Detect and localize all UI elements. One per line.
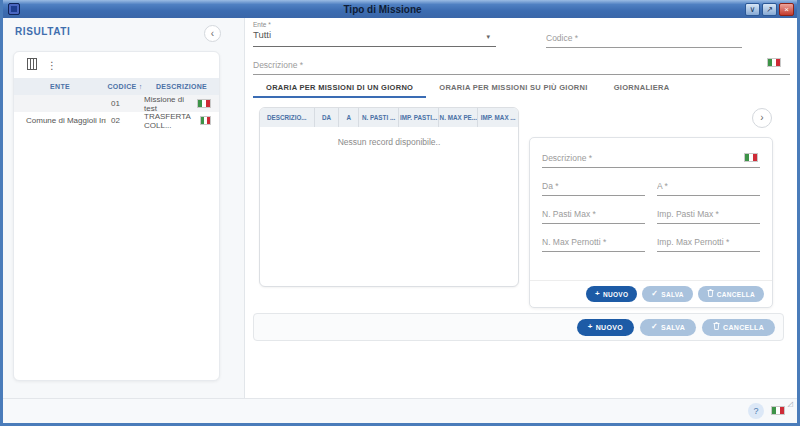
column-header-ente[interactable]: ENTE bbox=[14, 83, 106, 90]
form-a-input[interactable] bbox=[657, 179, 760, 196]
ente-select-label: Ente * bbox=[253, 21, 496, 28]
form-button-bar: + NUOVO ✓ SALVA CANCELLA bbox=[530, 280, 772, 307]
trash-icon bbox=[707, 289, 714, 299]
form-imp-pernotti-input[interactable] bbox=[657, 235, 760, 252]
italy-flag-icon bbox=[197, 99, 211, 108]
plus-icon: + bbox=[595, 290, 600, 298]
results-panel-title: RISULTATI bbox=[15, 26, 70, 37]
check-icon: ✓ bbox=[651, 323, 658, 331]
results-card: ⋮ ENTE CODICE ↑ DESCRIZIONE 01 Missione … bbox=[13, 51, 220, 381]
check-icon: ✓ bbox=[651, 290, 658, 298]
form-imp-pasti-input[interactable] bbox=[657, 207, 760, 224]
column-header-codice[interactable]: CODICE ↑ bbox=[106, 83, 144, 90]
grid-col-imp-max-pernotti[interactable]: IMP. MAX ... bbox=[478, 108, 518, 127]
app-icon bbox=[8, 3, 20, 15]
form-n-pernotti-input[interactable] bbox=[542, 235, 645, 252]
ente-select-value: Tutti bbox=[253, 29, 496, 40]
plus-icon: + bbox=[588, 323, 593, 331]
grid-col-a[interactable]: A bbox=[339, 108, 359, 127]
row-descrizione: TRASFERTA COLL... bbox=[144, 112, 200, 130]
grid-col-imp-pasti[interactable]: IMP. PASTI... bbox=[399, 108, 439, 127]
column-chooser-icon[interactable] bbox=[27, 56, 37, 74]
cancella-button[interactable]: CANCELLA bbox=[702, 319, 775, 336]
salva-button[interactable]: ✓ SALVA bbox=[640, 319, 696, 336]
tab-oraria-piu-giorni[interactable]: ORARIA PER MISSIONI SU PIÙ GIORNI bbox=[426, 79, 600, 98]
italy-flag-icon[interactable] bbox=[771, 406, 785, 415]
title-bar: Tipo di Missione ∨ ↗ × bbox=[3, 0, 797, 18]
chevron-right-icon: › bbox=[760, 112, 763, 123]
ente-select[interactable]: Ente * Tutti ▾ bbox=[253, 21, 496, 47]
form-salva-button[interactable]: ✓ SALVA bbox=[642, 286, 693, 302]
column-header-descrizione[interactable]: DESCRIZIONE bbox=[144, 83, 219, 90]
form-cancella-button[interactable]: CANCELLA bbox=[698, 286, 764, 302]
tab-giornaliera[interactable]: GIORNALIERA bbox=[601, 79, 683, 98]
question-icon: ? bbox=[753, 406, 758, 416]
table-row[interactable]: Comune di Maggioli Inf... 02 TRASFERTA C… bbox=[14, 112, 219, 129]
minimize-icon: ∨ bbox=[750, 5, 756, 14]
empty-records-message: Nessun record disponibile.. bbox=[260, 137, 518, 147]
table-row[interactable]: 01 Missione di test bbox=[14, 95, 219, 112]
grid-col-n-pasti[interactable]: N. PASTI ... bbox=[359, 108, 399, 127]
italy-flag-icon[interactable] bbox=[744, 153, 758, 162]
detail-area: Ente * Tutti ▾ ORARIA PER MISSIONI DI UN… bbox=[246, 18, 797, 398]
descrizione-filter-input[interactable] bbox=[253, 58, 790, 75]
close-icon: × bbox=[784, 5, 789, 14]
minimize-button[interactable]: ∨ bbox=[745, 3, 760, 16]
grid-col-n-max-pernotti[interactable]: N. MAX PE... bbox=[439, 108, 479, 127]
grid-col-descrizione[interactable]: DESCRIZIO... bbox=[260, 108, 315, 127]
grid-col-da[interactable]: DA bbox=[315, 108, 340, 127]
chevron-left-icon: ‹ bbox=[211, 28, 214, 39]
italy-flag-icon bbox=[200, 116, 211, 125]
close-button[interactable]: × bbox=[779, 3, 794, 16]
main-button-bar: + NUOVO ✓ SALVA CANCELLA bbox=[253, 313, 784, 341]
window-title: Tipo di Missione bbox=[20, 4, 745, 15]
help-button[interactable]: ? bbox=[748, 403, 764, 419]
expand-detail-button[interactable]: › bbox=[752, 108, 772, 128]
app-body: RISULTATI ‹ ⋮ ENTE CODICE ↑ DES bbox=[3, 18, 797, 423]
sort-arrow-icon: ↑ bbox=[139, 83, 143, 90]
app-window: Tipo di Missione ∨ ↗ × RISULTATI ‹ ⋮ bbox=[0, 0, 800, 426]
trash-icon bbox=[713, 322, 720, 332]
more-menu-icon[interactable]: ⋮ bbox=[47, 60, 57, 71]
nuovo-button[interactable]: + NUOVO bbox=[577, 319, 634, 336]
resize-grip-icon[interactable]: ◿ bbox=[788, 400, 793, 408]
maximize-button[interactable]: ↗ bbox=[762, 3, 777, 16]
row-descrizione: Missione di test bbox=[144, 95, 197, 113]
mission-type-tabs: ORARIA PER MISSIONI DI UN GIORNO ORARIA … bbox=[253, 79, 682, 98]
italy-flag-icon[interactable] bbox=[767, 58, 781, 67]
tab-oraria-un-giorno[interactable]: ORARIA PER MISSIONI DI UN GIORNO bbox=[253, 79, 426, 98]
results-toolbar: ⋮ bbox=[14, 52, 219, 78]
maximize-icon: ↗ bbox=[766, 5, 773, 14]
form-descrizione-input[interactable] bbox=[542, 151, 760, 168]
form-n-pasti-input[interactable] bbox=[542, 207, 645, 224]
records-grid: DESCRIZIO... DA A N. PASTI ... IMP. PAST… bbox=[259, 107, 519, 287]
form-nuovo-button[interactable]: + NUOVO bbox=[586, 286, 637, 302]
results-header-row: ENTE CODICE ↑ DESCRIZIONE bbox=[14, 78, 219, 95]
chevron-down-icon: ▾ bbox=[486, 33, 490, 41]
records-grid-header: DESCRIZIO... DA A N. PASTI ... IMP. PAST… bbox=[260, 108, 518, 127]
collapse-panel-button[interactable]: ‹ bbox=[204, 25, 221, 42]
status-footer: ◿ ? bbox=[3, 398, 797, 423]
codice-input[interactable] bbox=[546, 31, 742, 48]
form-da-input[interactable] bbox=[542, 179, 645, 196]
results-panel: RISULTATI ‹ ⋮ ENTE CODICE ↑ DES bbox=[3, 18, 245, 398]
detail-form: + NUOVO ✓ SALVA CANCELLA bbox=[529, 137, 773, 308]
